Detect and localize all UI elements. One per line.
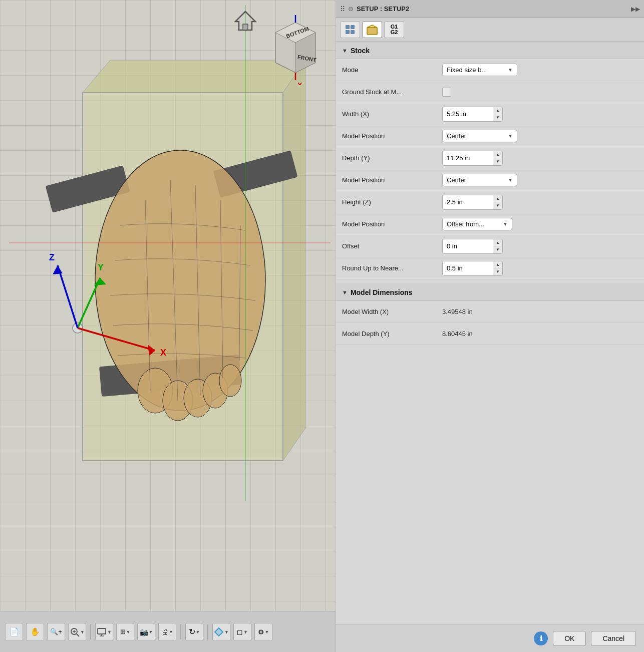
- depth-spinner: ▲ ▼: [442, 151, 503, 166]
- bottom-toolbar: 📄 ✋ 🔍+ ▼ ▼ ⊞▼ 📷▼ 🖨▼ ↻▼ ▼ ◻▼ ⚙▼: [0, 611, 336, 652]
- stock-section-title: Stock: [351, 47, 370, 55]
- stock-collapse-arrow[interactable]: ▼: [342, 48, 348, 54]
- round-up-input[interactable]: [443, 262, 493, 274]
- mode-label: Mode: [342, 66, 442, 74]
- tab-g1g2-btn[interactable]: G1 G2: [384, 21, 404, 38]
- toolbar-view-btn[interactable]: ◻▼: [233, 623, 251, 641]
- width-input[interactable]: [443, 108, 493, 120]
- toolbar-refresh-btn[interactable]: ↻▼: [185, 623, 203, 641]
- toolbar-camera-btn[interactable]: 📷▼: [137, 623, 155, 641]
- depth-row: Depth (Y) ▲ ▼: [336, 147, 644, 169]
- ground-stock-row: Ground Stock at M...: [336, 81, 644, 103]
- height-model-pos-dropdown[interactable]: Offset from... ▼: [442, 218, 512, 230]
- tab-setup-btn[interactable]: [340, 21, 360, 38]
- height-input[interactable]: [443, 196, 493, 208]
- svg-rect-52: [367, 28, 377, 35]
- toolbar-snap-btn[interactable]: ▼: [212, 623, 230, 641]
- svg-rect-48: [346, 25, 350, 29]
- svg-rect-31: [243, 24, 248, 30]
- stock-section-header: ▼ Stock: [336, 42, 644, 59]
- round-up-label: Round Up to Neare...: [342, 264, 442, 272]
- width-model-pos-arrow-icon: ▼: [508, 133, 513, 139]
- width-spinner: ▲ ▼: [442, 107, 503, 122]
- height-spinner: ▲ ▼: [442, 195, 503, 210]
- width-model-pos-value: Center: [447, 132, 466, 140]
- ok-button[interactable]: OK: [553, 631, 586, 646]
- depth-spinner-btns: ▲ ▼: [493, 151, 502, 165]
- info-button[interactable]: ℹ: [534, 631, 548, 645]
- right-panel: ⠿ ⊖ SETUP : SETUP2 ▶▶ G1 G2: [336, 0, 644, 652]
- toolbar-zoom-fit-btn[interactable]: ▼: [68, 623, 86, 641]
- model-width-row: Model Width (X) 3.49548 in: [336, 301, 644, 323]
- model-width-label: Model Width (X): [342, 308, 442, 315]
- depth-up-btn[interactable]: ▲: [493, 151, 502, 158]
- svg-marker-53: [367, 25, 377, 28]
- svg-text:Z: Z: [49, 252, 55, 262]
- offset-input[interactable]: [443, 240, 493, 252]
- depth-model-pos-label: Model Position: [342, 176, 442, 184]
- model-width-value-container: 3.49548 in: [442, 308, 638, 315]
- home-icon[interactable]: [233, 8, 258, 33]
- height-model-pos-control: Offset from... ▼: [442, 218, 638, 230]
- height-down-btn[interactable]: ▼: [493, 202, 502, 209]
- tab-stock-btn[interactable]: [362, 21, 382, 38]
- home-icon-container[interactable]: [233, 8, 258, 33]
- depth-model-pos-dropdown[interactable]: Center ▼: [442, 174, 517, 186]
- round-up-up-btn[interactable]: ▲: [493, 261, 502, 268]
- model-dims-collapse-arrow[interactable]: ▼: [342, 289, 348, 295]
- panel-minus-icon[interactable]: ⊖: [348, 5, 354, 13]
- model-dims-section-title: Model Dimensions: [351, 288, 413, 296]
- mode-dropdown[interactable]: Fixed size b... ▼: [442, 64, 517, 76]
- svg-rect-50: [346, 30, 350, 34]
- panel-header-left: ⠿ ⊖ SETUP : SETUP2: [340, 5, 409, 13]
- width-model-pos-control: Center ▼: [442, 130, 638, 142]
- model-depth-label: Model Depth (Y): [342, 330, 442, 338]
- round-up-spinner: ▲ ▼: [442, 261, 503, 276]
- cancel-button[interactable]: Cancel: [591, 631, 636, 646]
- depth-down-btn[interactable]: ▼: [493, 158, 502, 165]
- panel-drag-handle[interactable]: ⠿: [340, 5, 345, 13]
- round-up-row: Round Up to Neare... ▲ ▼: [336, 257, 644, 279]
- model-depth-value-container: 8.60445 in: [442, 330, 638, 338]
- panel-content: ▼ Stock Mode Fixed size b... ▼ Ground St…: [336, 42, 644, 345]
- width-model-pos-row: Model Position Center ▼: [336, 125, 644, 147]
- toolbar-more-btn[interactable]: ⚙▼: [254, 623, 272, 641]
- width-model-pos-dropdown[interactable]: Center ▼: [442, 130, 517, 142]
- svg-line-25: [58, 265, 78, 328]
- toolbar-grid-btn[interactable]: ⊞▼: [116, 623, 134, 641]
- toolbar-new-btn[interactable]: 📄: [5, 623, 23, 641]
- height-control: ▲ ▼: [442, 195, 638, 210]
- height-up-btn[interactable]: ▲: [493, 195, 502, 202]
- svg-rect-51: [351, 30, 355, 34]
- height-row: Height (Z) ▲ ▼: [336, 191, 644, 213]
- mode-control: Fixed size b... ▼: [442, 64, 638, 76]
- svg-marker-2: [283, 60, 305, 461]
- depth-input[interactable]: [443, 152, 493, 164]
- axis-compass[interactable]: BOTTOM FRONT X: [265, 15, 320, 85]
- panel-expand-icon[interactable]: ▶▶: [631, 6, 640, 13]
- round-up-down-btn[interactable]: ▼: [493, 268, 502, 275]
- width-model-pos-label: Model Position: [342, 132, 442, 140]
- offset-up-btn[interactable]: ▲: [493, 239, 502, 246]
- depth-model-pos-value: Center: [447, 176, 466, 184]
- svg-rect-44: [98, 628, 106, 634]
- model-dims-section-header: ▼ Model Dimensions: [336, 283, 644, 301]
- toolbar-print-btn[interactable]: 🖨▼: [158, 623, 176, 641]
- offset-control: ▲ ▼: [442, 239, 638, 254]
- ground-stock-checkbox[interactable]: [442, 88, 451, 97]
- width-up-btn[interactable]: ▲: [493, 107, 502, 114]
- width-down-btn[interactable]: ▼: [493, 114, 502, 121]
- toolbar-display-btn[interactable]: ▼: [95, 623, 113, 641]
- toolbar-sep2: [180, 624, 181, 639]
- round-up-control: ▲ ▼: [442, 261, 638, 276]
- toolbar-sep1: [90, 624, 91, 639]
- mode-row: Mode Fixed size b... ▼: [336, 59, 644, 81]
- model-width-value: 3.49548 in: [442, 308, 473, 315]
- round-up-spinner-btns: ▲ ▼: [493, 261, 502, 275]
- panel-title: SETUP : SETUP2: [357, 5, 409, 13]
- offset-down-btn[interactable]: ▼: [493, 246, 502, 253]
- width-row: Width (X) ▲ ▼: [336, 103, 644, 125]
- toolbar-zoom-in-btn[interactable]: 🔍+: [47, 623, 65, 641]
- mode-dropdown-arrow-icon: ▼: [508, 67, 513, 73]
- toolbar-hand-btn[interactable]: ✋: [26, 623, 44, 641]
